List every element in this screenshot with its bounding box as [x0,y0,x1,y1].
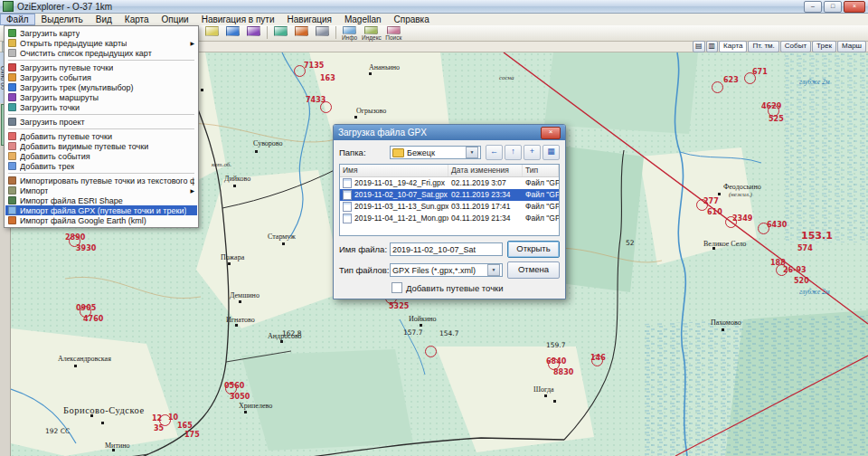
file-type-cell: Файл "GPX" [523,213,559,224]
file-menu-item-19[interactable]: Импорт файла ESRI Shape [5,195,197,205]
file-row-0[interactable]: 2019-11-01_19-42_Fri.gpx02.11.2019 3:07Ф… [340,177,559,189]
file-menu-item-5[interactable]: Загрузить события [5,72,197,82]
load-points-icon [8,103,16,111]
tracks-button[interactable] [222,25,243,41]
file-menu-item-17[interactable]: Импортировать путевые точки из текстовог… [5,176,197,185]
file-menu-item-1[interactable]: Открыть предыдущие карты▶ [5,38,197,48]
file-menu-item-2[interactable]: Очистить список предыдущих карт [5,48,197,58]
file-menu-item-7[interactable]: Загрузить маршруты [5,92,197,102]
back-button[interactable]: ← [486,145,503,160]
file-row-1[interactable]: 2019-11-02_10-07_Sat.gpx02.11.2019 23:34… [340,189,559,201]
dialog-close-button[interactable]: × [541,127,561,139]
file-menu-item-4[interactable]: Загрузить путевые точки [5,62,197,72]
minimize-button[interactable]: – [804,1,822,13]
map-tab-2[interactable]: Событ [780,41,811,52]
map-place-label: Шогда [533,385,554,394]
menubar-item-5[interactable]: Навигация в пути [195,14,281,25]
filename-label: Имя файла: [339,244,390,254]
file-list[interactable]: ИмяДата измененияТип 2019-11-01_19-42_Fr… [339,164,560,236]
moving-map-button[interactable] [291,25,312,41]
file-list-column-1[interactable]: Дата изменения [448,165,523,176]
import-esri-icon [8,196,16,204]
map-place-label: 52 [626,239,635,247]
dialog-title-bar[interactable]: Загрузка файла GPX × [334,125,565,140]
map-place-label: Ананьино [369,63,400,71]
map-tab-4[interactable]: Марш [837,41,866,52]
layers-button[interactable]: ▤ [693,41,705,52]
file-menu-item-12[interactable]: Добавить путевые точки [5,131,197,141]
dialog-toolbar: ← ↑ + ▦ [486,145,560,160]
menubar-item-7[interactable]: Magellan [338,14,388,25]
map-tab-0[interactable]: Карта [719,41,747,52]
file-list-column-0[interactable]: Имя [340,165,448,176]
views-button[interactable]: ▦ [542,145,560,160]
menubar-item-8[interactable]: Справка [388,14,436,25]
menubar-item-3[interactable]: Карта [118,14,156,25]
menubar-item-4[interactable]: Опции [156,14,195,25]
waypoint-number: 0905 [76,304,96,312]
filetype-dropdown[interactable]: GPX Files (*.gpx,*.xml) ▼ [390,263,503,277]
file-menu-item-18[interactable]: Импорт▶ [5,185,197,195]
map-place-label: Феодосьино [723,183,761,191]
waypoint-number: 623 [723,76,739,84]
waypoint-number: 7135 [304,62,324,70]
map-tab-1[interactable]: Пт. тм. [748,41,778,52]
menubar-item-6[interactable]: Навигация [281,14,338,25]
index-icon [364,26,378,34]
file-menu-item-13[interactable]: Добавить видимые путевые точки [5,141,197,151]
menubar-item-1[interactable]: Выделить [35,14,90,25]
menu-item-label: Загрузить путевые точки [20,63,113,72]
folder-label: Папка: [339,147,390,157]
append-waypoints-checkbox-label: Добавить путевые точки [406,283,504,293]
map-place-label: Митино [105,442,129,450]
folder-dropdown-arrow-icon[interactable]: ▼ [466,147,478,158]
menubar-item-0[interactable]: Файл [0,14,35,25]
map-tab-3[interactable]: Трек [812,41,836,52]
load-routes-icon [8,93,16,101]
file-list-column-2[interactable]: Тип [523,165,559,176]
file-menu-item-10[interactable]: Загрузить проект [5,117,197,127]
waypoint-number: 2890 [65,233,85,242]
close-button[interactable]: × [844,1,865,13]
up-folder-button[interactable]: ↑ [505,145,522,160]
maximize-button[interactable]: □ [824,1,842,13]
load-project-icon [8,118,16,126]
folder-dropdown[interactable]: Бежецк ▼ [390,146,481,159]
file-name-cell: 2019-11-01_19-42_Fri.gpx [340,177,448,189]
file-menu-item-20[interactable]: Импорт файла GPX (путевые точки и треки) [5,205,197,215]
filetype-dropdown-arrow-icon[interactable]: ▼ [487,264,500,276]
new-folder-button[interactable]: + [524,145,541,160]
panels-button[interactable]: ▥ [706,41,719,52]
open-button[interactable]: Открыть [507,241,560,258]
file-menu-item-15[interactable]: Добавить трек [5,161,197,171]
comments-button[interactable] [202,25,222,41]
file-row-2[interactable]: 2019-11-03_11-13_Sun.gpx03.11.2019 17:41… [340,201,559,213]
import-icon [8,186,16,195]
file-row-3[interactable]: 2019-11-04_11-21_Mon.gpx04.11.2019 21:34… [340,213,559,224]
file-type-cell: Файл "GPX" [523,189,559,201]
options-icon [316,26,329,36]
menubar-item-2[interactable]: Вид [90,14,118,25]
file-menu-item-14[interactable]: Добавить события [5,151,197,161]
info-button[interactable]: Инфо [339,25,360,41]
routes-button[interactable] [243,25,264,41]
file-menu-item-8[interactable]: Загрузить точки [5,102,197,112]
map-tabs: ▤▥КартаПт. тм.СобытТрекМарш [693,41,866,52]
window-controls: – □ × [804,1,865,13]
map-place-label: Пожара [221,253,244,261]
append-waypoints-checkbox[interactable] [392,282,402,293]
menu-item-label: Загрузить проект [20,118,85,127]
file-menu-item-0[interactable]: Загрузить карту [5,28,197,38]
map-place-label: Иойкино [409,315,437,323]
gps-button[interactable] [270,25,291,41]
map-place-label: Дийково [224,175,250,183]
filename-input[interactable] [390,242,503,256]
index-button[interactable]: Индекс [360,25,383,41]
map-place-label: (нежил.) [729,191,752,198]
file-menu-item-21[interactable]: Импорт файла Google Earth (kml) [5,215,197,225]
waypoint-number: 574 [797,244,813,252]
search-button[interactable]: Поиск [383,25,404,41]
options-button[interactable] [312,25,333,41]
file-menu-item-6[interactable]: Загрузить трек (мультивыбор) [5,82,197,92]
cancel-button[interactable]: Отмена [507,261,560,279]
